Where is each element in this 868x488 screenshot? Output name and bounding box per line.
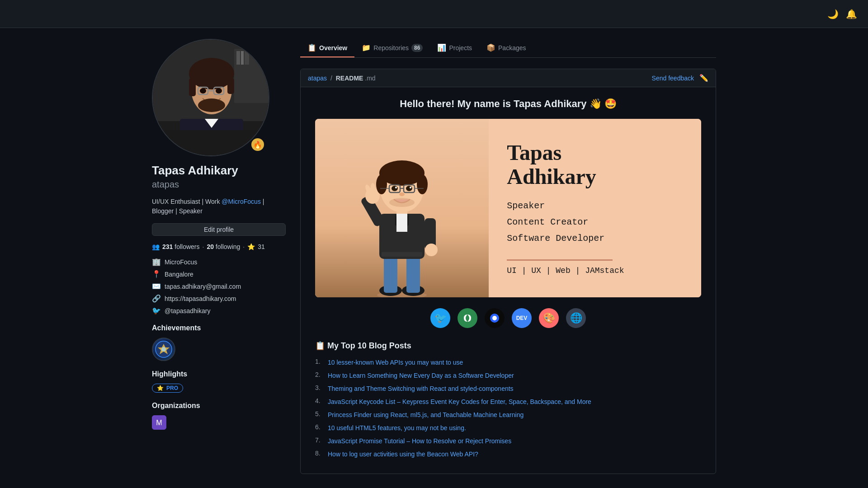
svg-rect-5 (241, 51, 244, 65)
following-count: 20 (207, 243, 214, 250)
repos-icon: 📁 (362, 43, 371, 52)
profile-content: 📋 Overview 📁 Repositories 86 📊 Projects … (300, 39, 716, 474)
blog-post-3[interactable]: Theming and Theme Switching with React a… (328, 384, 514, 394)
list-num: 8. (315, 450, 324, 459)
readme-ext: .md (365, 75, 375, 82)
readme-user-link[interactable]: atapas (308, 75, 327, 82)
link-icon: 🔗 (152, 294, 161, 303)
org-logo: M (152, 415, 166, 430)
meta-location: 📍 Bangalore (152, 270, 286, 278)
banner-name: TapasAdhikary (507, 141, 683, 189)
blog-post-2[interactable]: How to Learn Something New Every Day as … (328, 371, 514, 380)
path-separator: / (330, 75, 332, 82)
email-text: tapas.adhikary@gmail.com (165, 283, 241, 290)
following-link[interactable]: 20 following (207, 243, 240, 250)
following-label: following (216, 243, 240, 250)
highlights-section: Highlights ⭐ PRO (152, 370, 286, 393)
list-num: 7. (315, 436, 324, 446)
banner-left (315, 119, 489, 297)
blog-post-1[interactable]: 10 lesser-known Web APIs you may want to… (328, 358, 463, 367)
readme-filename: README (336, 75, 363, 82)
blog-post-4[interactable]: JavaScript Keycode List – Keypress Event… (328, 397, 591, 407)
list-num: 2. (315, 371, 324, 380)
send-feedback-button[interactable]: Send feedback (652, 75, 694, 82)
svg-point-46 (417, 174, 428, 194)
svg-point-57 (389, 198, 415, 207)
blog-section: 📋 My Top 10 Blog Posts 1. 10 lesser-know… (315, 341, 701, 459)
meta-email: ✉️ tapas.adhikary@gmail.com (152, 282, 286, 291)
achievements-title: Achievements (152, 324, 286, 332)
svg-rect-9 (189, 78, 196, 96)
followers-count: 231 (162, 243, 173, 250)
svg-text:M: M (156, 419, 162, 427)
stars-count: 31 (258, 243, 265, 250)
tab-overview[interactable]: 📋 Overview (300, 39, 354, 57)
list-item: 4. JavaScript Keycode List – Keypress Ev… (315, 397, 701, 407)
profile-name: Tapas Adhikary (152, 164, 286, 178)
blog-post-5[interactable]: Princess Finder using React, ml5.js, and… (328, 410, 524, 420)
hashnode-icon (489, 313, 500, 324)
notification-icon[interactable]: 🔔 (846, 9, 857, 19)
projects-label: Projects (449, 44, 472, 52)
star-icon: ⭐ (157, 385, 164, 391)
meta-website[interactable]: 🔗 https://tapasadhikary.com (152, 294, 286, 303)
blog-post-7[interactable]: JavaScript Promise Tutorial – How to Res… (328, 436, 511, 446)
svg-point-53 (406, 186, 412, 191)
list-item: 6. 10 useful HTML5 features, you may not… (315, 423, 701, 433)
achievement-badge[interactable] (152, 338, 175, 361)
company-name: MicroFocus (165, 258, 197, 266)
microfocus-link[interactable]: @MicroFocus (222, 198, 261, 205)
website-link[interactable]: https://tapasadhikary.com (165, 295, 236, 302)
profile-bio: UI/UX Enthusiast | Work @MicroFocus | Bl… (152, 197, 286, 216)
svg-rect-33 (396, 214, 407, 232)
tab-repositories[interactable]: 📁 Repositories 86 (354, 39, 430, 57)
list-item: 3. Theming and Theme Switching with Reac… (315, 384, 701, 394)
top-nav: 🌙 🔔 (0, 0, 868, 28)
svg-point-56 (399, 192, 405, 196)
svg-point-55 (410, 187, 411, 188)
meta-twitter[interactable]: 🐦 @tapasadhikary (152, 306, 286, 315)
main-layout: 🔥 Tapas Adhikary atapas UI/UX Enthusiast… (145, 28, 723, 485)
social-freecodecamp-button[interactable] (458, 308, 477, 328)
moon-icon[interactable]: 🌙 (827, 9, 839, 19)
organizations-section: Organizations M (152, 402, 286, 430)
list-item: 2. How to Learn Something New Every Day … (315, 371, 701, 380)
sidebar: 🔥 Tapas Adhikary atapas UI/UX Enthusiast… (152, 39, 286, 474)
social-website-button[interactable]: 🌐 (566, 308, 586, 328)
list-item: 1. 10 lesser-known Web APIs you may want… (315, 358, 701, 367)
overview-label: Overview (319, 44, 347, 52)
org-avatar[interactable]: M (152, 415, 166, 430)
organizations-title: Organizations (152, 402, 286, 410)
bitmoji-svg (361, 144, 443, 297)
edit-readme-icon[interactable]: ✏️ (699, 74, 708, 82)
location-text: Bangalore (165, 271, 193, 278)
banner-tags: UI | UX | Web | JAMstack (507, 266, 683, 275)
location-icon: 📍 (152, 270, 161, 278)
blog-post-8[interactable]: How to log user activities using the Bea… (328, 450, 478, 459)
social-devto-button[interactable]: DEV (512, 308, 532, 328)
email-icon: ✉️ (152, 282, 161, 291)
twitter-link[interactable]: @tapasadhikary (165, 307, 210, 314)
social-hashnode-button[interactable] (485, 308, 505, 328)
readme-panel: atapas / README .md Send feedback ✏️ Hel… (300, 69, 716, 474)
tab-projects[interactable]: 📊 Projects (430, 39, 479, 57)
social-polywork-button[interactable]: 🎨 (539, 308, 559, 328)
banner-right: TapasAdhikary SpeakerContent CreatorSoft… (489, 119, 701, 297)
social-twitter-button[interactable]: 🐦 (430, 308, 450, 328)
followers-link[interactable]: 231 followers (162, 243, 200, 250)
svg-point-15 (216, 88, 222, 94)
banner-roles: SpeakerContent CreatorSoftware Developer (507, 198, 683, 247)
svg-point-22 (161, 347, 166, 352)
svg-point-41 (425, 244, 438, 256)
nav-icons: 🌙 🔔 (827, 9, 857, 19)
edit-profile-button[interactable]: Edit profile (152, 223, 286, 236)
company-icon: 🏢 (152, 258, 161, 266)
meta-list: 🏢 MicroFocus 📍 Bangalore ✉️ tapas.adhika… (152, 258, 286, 315)
svg-rect-4 (236, 51, 240, 65)
blog-post-6[interactable]: 10 useful HTML5 features, you may not be… (328, 423, 466, 433)
pro-label: PRO (166, 385, 178, 391)
tab-packages[interactable]: 📦 Packages (479, 39, 533, 57)
stars-icon: ⭐ (247, 243, 255, 250)
separator-dot-2: · (243, 243, 245, 250)
avatar (152, 39, 269, 156)
